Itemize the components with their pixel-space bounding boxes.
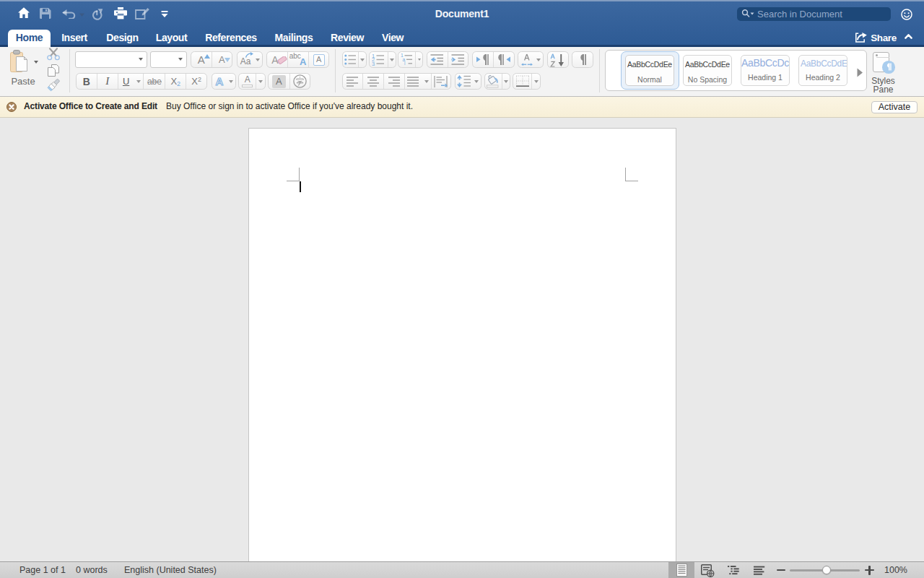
svg-text:3: 3 (372, 61, 375, 66)
svg-text:i: i (404, 61, 406, 66)
